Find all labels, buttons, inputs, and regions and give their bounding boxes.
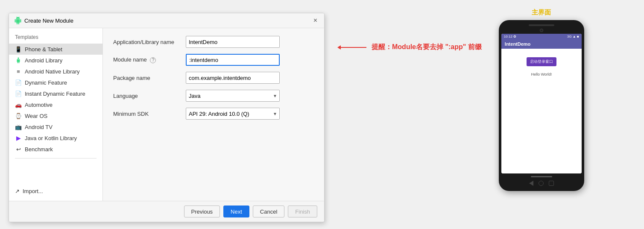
- instant-dynamic-feature-icon: 📄: [15, 90, 22, 97]
- phone-statusbar: 10:12 ✿ 3G ▲ ■: [501, 34, 582, 39]
- arrow-line: [341, 47, 366, 48]
- dialog-titlebar: Create New Module ×: [9, 13, 324, 28]
- sidebar-item-android-tv[interactable]: 📺 Android TV: [9, 121, 102, 132]
- language-select-wrapper: Java Kotlin ▼: [186, 90, 280, 102]
- sidebar-item-label-dynamic-feature: Dynamic Feature: [25, 79, 67, 86]
- previous-button[interactable]: Previous: [184, 206, 220, 217]
- phone-nav-bar: [501, 179, 582, 187]
- phone-bottom-bar: [531, 176, 552, 177]
- sidebar-item-android-library[interactable]: Android Library: [9, 55, 102, 66]
- close-button[interactable]: ×: [312, 17, 319, 24]
- import-icon: ↗: [15, 188, 20, 194]
- annotation-text: 提醒：Module名要去掉 ":app" 前缀: [372, 43, 482, 52]
- phone-camera-icon: [540, 29, 543, 32]
- next-button[interactable]: Next: [223, 206, 249, 217]
- phone-home-icon: [539, 181, 544, 186]
- templates-heading: Templates: [9, 32, 102, 44]
- dialog-title-left: Create New Module: [14, 17, 73, 24]
- sidebar-item-label-wear-os: Wear OS: [25, 113, 47, 119]
- phone-area: 主界面 10:12 ✿ 3G ▲ ■ IntentDemo 启动登录窗口 Hel…: [499, 9, 584, 191]
- sidebar-item-automotive[interactable]: 🚗 Automotive: [9, 99, 102, 110]
- dialog-footer: Previous Next Cancel Finish: [9, 201, 324, 222]
- sidebar-item-instant-dynamic-feature[interactable]: 📄 Instant Dynamic Feature: [9, 88, 102, 99]
- sidebar-item-label-phone-tablet: Phone & Tablet: [25, 46, 62, 53]
- create-new-module-dialog: Create New Module × Templates 📱 Phone & …: [9, 13, 325, 222]
- android-library-icon: [15, 57, 22, 64]
- automotive-icon: 🚗: [15, 101, 22, 108]
- sidebar-item-dynamic-feature[interactable]: 📄 Dynamic Feature: [9, 77, 102, 88]
- language-row: Language Java Kotlin ▼: [113, 90, 314, 102]
- form-content: Application/Library name Module name ? P…: [103, 28, 324, 201]
- sidebar-item-benchmark[interactable]: ↩ Benchmark: [9, 144, 102, 155]
- templates-sidebar: Templates 📱 Phone & Tablet Android Libra…: [9, 28, 103, 201]
- android-tv-icon: 📺: [15, 123, 22, 130]
- benchmark-icon: ↩: [15, 146, 22, 153]
- language-select[interactable]: Java Kotlin: [186, 90, 280, 102]
- arrow-head-icon: [337, 45, 341, 50]
- java-kotlin-icon: ▶: [15, 135, 22, 141]
- module-name-input[interactable]: [186, 54, 280, 66]
- sidebar-item-label-instant-dynamic-feature: Instant Dynamic Feature: [25, 91, 85, 97]
- phone-hello-text: Hello World!: [531, 72, 552, 76]
- phone-speaker: [529, 24, 554, 26]
- min-sdk-row: Minimum SDK API 29: Android 10.0 (Q) API…: [113, 108, 314, 120]
- import-label: Import...: [23, 188, 43, 194]
- min-sdk-select-wrapper: API 29: Android 10.0 (Q) API 21: Android…: [186, 108, 280, 120]
- sidebar-item-label-automotive: Automotive: [25, 102, 53, 108]
- sidebar-item-java-kotlin-library[interactable]: ▶ Java or Kotlin Library: [9, 132, 102, 144]
- phone-screen: 10:12 ✿ 3G ▲ ■ IntentDemo 启动登录窗口 Hello W…: [501, 34, 582, 173]
- sidebar-item-wear-os[interactable]: ⌚ Wear OS: [9, 110, 102, 121]
- svg-point-0: [18, 58, 19, 59]
- sidebar-item-label-java-kotlin-library: Java or Kotlin Library: [25, 135, 77, 141]
- sidebar-item-label-benchmark: Benchmark: [25, 146, 53, 153]
- module-name-row: Module name ?: [113, 54, 314, 66]
- dynamic-feature-icon: 📄: [15, 79, 22, 86]
- phone-tablet-icon: 📱: [15, 46, 22, 53]
- android-icon: [14, 17, 22, 24]
- min-sdk-label: Minimum SDK: [113, 111, 186, 117]
- sidebar-divider: [15, 158, 97, 159]
- phone-mockup: 10:12 ✿ 3G ▲ ■ IntentDemo 启动登录窗口 Hello W…: [499, 20, 584, 191]
- package-name-label: Package name: [113, 75, 186, 81]
- sidebar-item-phone-tablet[interactable]: 📱 Phone & Tablet: [9, 44, 102, 55]
- language-label: Language: [113, 93, 186, 99]
- sidebar-item-label-android-library: Android Library: [25, 57, 62, 64]
- package-name-row: Package name: [113, 72, 314, 84]
- annotation-arrow: [337, 45, 366, 50]
- app-library-name-row: Application/Library name: [113, 36, 314, 48]
- dialog-body: Templates 📱 Phone & Tablet Android Libra…: [9, 28, 324, 201]
- cancel-button[interactable]: Cancel: [253, 206, 284, 217]
- app-library-name-label: Application/Library name: [113, 39, 186, 45]
- sidebar-item-label-android-tv: Android TV: [25, 124, 53, 130]
- sidebar-item-label-android-native-library: Android Native Library: [25, 68, 80, 75]
- phone-appbar: IntentDemo: [501, 39, 582, 49]
- phone-statusbar-left: 10:12 ✿: [504, 35, 516, 38]
- phone-back-icon: [529, 181, 533, 186]
- phone-statusbar-right: 3G ▲ ■: [567, 35, 579, 38]
- phone-recents-icon: [549, 181, 554, 186]
- min-sdk-select[interactable]: API 29: Android 10.0 (Q) API 21: Android…: [186, 108, 280, 120]
- phone-content: 启动登录窗口 Hello World!: [501, 49, 582, 173]
- android-native-library-icon: ≡: [15, 68, 22, 75]
- annotation-area: 提醒：Module名要去掉 ":app" 前缀: [337, 43, 482, 52]
- wear-os-icon: ⌚: [15, 112, 22, 119]
- sidebar-item-android-native-library[interactable]: ≡ Android Native Library: [9, 66, 102, 77]
- import-button[interactable]: ↗ Import...: [9, 186, 102, 197]
- phone-camera-row: [501, 29, 582, 32]
- module-name-label: Module name ?: [113, 56, 186, 63]
- finish-button[interactable]: Finish: [288, 206, 317, 217]
- dialog-title: Create New Module: [24, 18, 73, 24]
- module-name-help-icon[interactable]: ?: [150, 57, 156, 63]
- phone-appbar-title: IntentDemo: [505, 41, 531, 47]
- phone-title-label: 主界面: [532, 9, 551, 17]
- phone-action-button[interactable]: 启动登录窗口: [527, 57, 556, 66]
- package-name-input[interactable]: [186, 72, 280, 84]
- app-library-name-input[interactable]: [186, 36, 280, 48]
